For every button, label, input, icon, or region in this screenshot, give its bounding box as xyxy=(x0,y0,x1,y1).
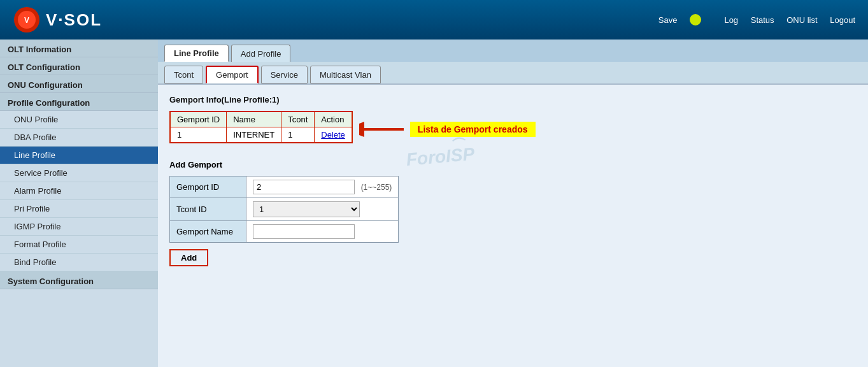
onu-list-link[interactable]: ONU list xyxy=(786,15,817,25)
form-row-tcont-id: Tcont ID 1 2 3 4 xyxy=(170,198,399,221)
cell-gemport-name-input xyxy=(246,221,399,243)
sidebar-item-onu-profile[interactable]: ONU Profile xyxy=(0,111,158,129)
gemport-id-hint: (1~~255) xyxy=(361,183,392,192)
logo-text: V·SOL xyxy=(46,10,102,30)
layout: OLT Information OLT Configuration ONU Co… xyxy=(0,40,868,367)
label-gemport-id: Gemport ID xyxy=(170,176,246,198)
sidebar-item-pri-profile[interactable]: Pri Profile xyxy=(0,200,158,218)
main-tab-bar: Line Profile Add Profile xyxy=(158,40,868,62)
sidebar-section-olt-config[interactable]: OLT Configuration xyxy=(0,57,158,75)
gemport-name-input[interactable] xyxy=(253,224,355,239)
add-gemport-form: Gemport ID (1~~255) Tcont ID 1 2 3 xyxy=(169,176,399,243)
annotation-row: Gemport ID Name Tcont Action 1 INTERNET … xyxy=(169,111,857,147)
sidebar-item-format-profile[interactable]: Format Profile xyxy=(0,236,158,254)
form-row-gemport-name: Gemport Name xyxy=(170,221,399,243)
log-link[interactable]: Log xyxy=(724,15,738,25)
form-row-gemport-id: Gemport ID (1~~255) xyxy=(170,176,399,198)
label-tcont-id: Tcont ID xyxy=(170,198,246,221)
col-tcont: Tcont xyxy=(281,112,315,127)
label-gemport-name: Gemport Name xyxy=(170,221,246,243)
cell-action: Delete xyxy=(315,127,352,143)
cell-tcont: 1 xyxy=(281,127,315,143)
add-gemport-title: Add Gemport xyxy=(169,160,857,169)
sidebar-section-onu-config[interactable]: ONU Configuration xyxy=(0,75,158,93)
cell-gemport-id-input: (1~~255) xyxy=(246,176,399,198)
table-row: 1 INTERNET 1 Delete xyxy=(170,127,352,143)
sidebar-item-alarm-profile[interactable]: Alarm Profile xyxy=(0,182,158,200)
sidebar: OLT Information OLT Configuration ONU Co… xyxy=(0,40,158,367)
delete-link[interactable]: Delete xyxy=(321,130,345,140)
cell-tcont-id-select: 1 2 3 4 xyxy=(246,198,399,221)
col-action: Action xyxy=(315,112,352,127)
header-nav: Log Status ONU list Logout xyxy=(714,15,855,25)
sidebar-section-olt-info[interactable]: OLT Information xyxy=(0,40,158,57)
cell-gemport-id: 1 xyxy=(170,127,227,143)
tcont-id-select[interactable]: 1 2 3 4 xyxy=(253,201,360,217)
vsol-logo-icon: V xyxy=(13,6,41,34)
cell-name: INTERNET xyxy=(227,127,281,143)
gemport-table: Gemport ID Name Tcont Action 1 INTERNET … xyxy=(169,111,353,143)
sidebar-item-service-profile[interactable]: Service Profile xyxy=(0,164,158,182)
logo-area: V V·SOL xyxy=(13,6,171,34)
sidebar-item-line-profile[interactable]: Line Profile xyxy=(0,147,158,164)
sidebar-section-profile-config[interactable]: Profile Configuration xyxy=(0,93,158,111)
annotation-label: Lista de Gemport creados xyxy=(410,122,536,137)
subtab-multicast-vlan[interactable]: Multicast Vlan xyxy=(310,66,381,83)
header-right: Save Log Status ONU list Logout xyxy=(171,14,855,25)
sidebar-item-dba-profile[interactable]: DBA Profile xyxy=(0,129,158,147)
tab-add-profile[interactable]: Add Profile xyxy=(231,45,291,62)
subtab-gemport[interactable]: Gemport xyxy=(206,66,259,83)
sidebar-section-system-config[interactable]: System Configuration xyxy=(0,271,158,289)
subtab-tcont[interactable]: Tcont xyxy=(164,66,203,83)
status-indicator xyxy=(690,14,701,25)
tab-line-profile[interactable]: Line Profile xyxy=(164,45,229,62)
annotation-arrow xyxy=(359,120,410,139)
status-link[interactable]: Status xyxy=(751,15,774,25)
sidebar-item-bind-profile[interactable]: Bind Profile xyxy=(0,254,158,271)
save-label: Save xyxy=(658,15,678,25)
col-name: Name xyxy=(227,112,281,127)
content-area: ForoISP Gemport Info(Line Profile:1) Gem… xyxy=(158,85,868,277)
add-gemport-button[interactable]: Add xyxy=(169,249,208,266)
header: V V·SOL Save Log Status ONU list Logout xyxy=(0,0,868,40)
sub-tab-bar: Tcont Gemport Service Multicast Vlan xyxy=(158,62,868,85)
subtab-service[interactable]: Service xyxy=(261,66,308,83)
col-gemport-id: Gemport ID xyxy=(170,112,227,127)
gemport-id-input[interactable] xyxy=(253,180,355,194)
sidebar-item-igmp-profile[interactable]: IGMP Profile xyxy=(0,218,158,236)
logout-link[interactable]: Logout xyxy=(830,15,855,25)
gemport-info-title: Gemport Info(Line Profile:1) xyxy=(169,95,857,104)
main-content: Line Profile Add Profile Tcont Gemport S… xyxy=(158,40,868,367)
svg-text:V: V xyxy=(24,16,29,25)
